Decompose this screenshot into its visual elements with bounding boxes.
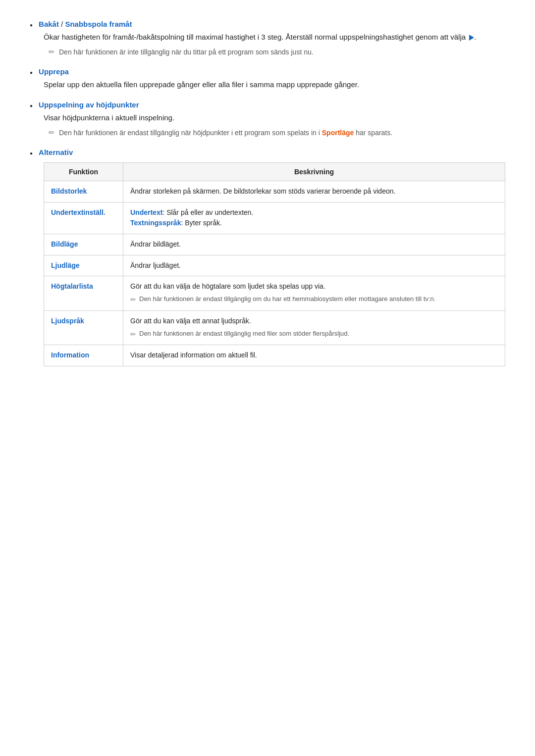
pencil-icon-4: ✏ bbox=[130, 329, 136, 340]
hogtalarlista-note-text: Den här funktionen är endast tillgänglig… bbox=[139, 294, 435, 304]
func-ljudsprak: Ljudspråk bbox=[44, 310, 123, 345]
link-snabbspola[interactable]: Snabbspola framåt bbox=[65, 20, 132, 28]
bakaat-body-text: Ökar hastigheten för framåt-/bakåtspolni… bbox=[44, 31, 505, 43]
table-header-funktion: Funktion bbox=[44, 163, 123, 181]
bullet-content-4: Alternativ bbox=[39, 148, 505, 156]
link-sportlage[interactable]: Sportläge bbox=[322, 129, 354, 137]
table-row-ljudlage: Ljudläge Ändrar ljudläget. bbox=[44, 255, 505, 276]
options-table: Funktion Beskrivning Bildstorlek Ändrar … bbox=[44, 162, 505, 366]
pencil-icon-1: ✏ bbox=[49, 48, 55, 56]
table-header-beskrivning: Beskrivning bbox=[123, 163, 505, 181]
bakaat-note: ✏ Den här funktionen är inte tillgänglig… bbox=[44, 47, 505, 57]
ljudsprak-note: ✏ Den här funktionen är endast tillgängl… bbox=[130, 329, 498, 340]
bullet-dot-1: ● bbox=[30, 22, 33, 28]
hojdpunkter-note-text: Den här funktionen är endast tillgänglig… bbox=[59, 128, 392, 138]
hogtalarlista-note: ✏ Den här funktionen är endast tillgängl… bbox=[130, 294, 498, 305]
func-information: Information bbox=[44, 345, 123, 366]
table-row-ljudsprak: Ljudspråk Gör att du kan välja ett annat… bbox=[44, 310, 505, 345]
section-bakaat: ● Bakåt / Snabbspola framåt Ökar hastigh… bbox=[30, 20, 505, 57]
table-row-information: Information Visar detaljerad information… bbox=[44, 345, 505, 366]
link-alternativ[interactable]: Alternativ bbox=[39, 148, 73, 156]
textningssprak-label: Textningsspråk bbox=[130, 219, 181, 227]
desc-ljudlage: Ändrar ljudläget. bbox=[123, 255, 505, 276]
desc-ljudsprak: Gör att du kan välja ett annat ljudspråk… bbox=[123, 310, 505, 345]
func-bildstorlek: Bildstorlek bbox=[44, 181, 123, 202]
bakaat-note-text: Den här funktionen är inte tillgänglig n… bbox=[59, 47, 314, 57]
func-bildlage: Bildläge bbox=[44, 234, 123, 255]
desc-undertext: Undertext: Slår på eller av undertexten.… bbox=[123, 202, 505, 234]
pencil-icon-2: ✏ bbox=[49, 128, 55, 137]
link-hojdpunkter[interactable]: Uppspelning av höjdpunkter bbox=[39, 101, 139, 109]
upprepa-body-text: Spelar upp den aktuella filen upprepade … bbox=[44, 79, 505, 91]
play-arrow-icon bbox=[469, 35, 474, 41]
bullet-dot-3: ● bbox=[30, 103, 33, 108]
textningssprak-text: : Byter språk. bbox=[181, 219, 221, 227]
undertext-label: Undertext bbox=[130, 208, 162, 216]
section-hojdpunkter: ● Uppspelning av höjdpunkter Visar höjdp… bbox=[30, 101, 505, 138]
func-undertext: Undertextinställ. bbox=[44, 202, 123, 234]
undertext-text: : Slår på eller av undertexten. bbox=[162, 208, 253, 216]
desc-information: Visar detaljerad information om aktuell … bbox=[123, 345, 505, 366]
section-alternativ: ● Alternativ Funktion Beskrivning Bildst… bbox=[30, 148, 505, 366]
section-upprepa: ● Upprepa Spelar upp den aktuella filen … bbox=[30, 67, 505, 91]
hojdpunkter-note: ✏ Den här funktionen är endast tillgängl… bbox=[44, 128, 505, 138]
bullet-content-2: Upprepa bbox=[39, 67, 505, 76]
bullet-content-3: Uppspelning av höjdpunkter bbox=[39, 101, 505, 109]
bullet-dot-2: ● bbox=[30, 70, 33, 75]
func-hogtalarlista: Högtalarlista bbox=[44, 276, 123, 310]
hojdpunkter-body-text: Visar höjdpunkterna i aktuell inspelning… bbox=[44, 112, 505, 124]
table-row-bildstorlek: Bildstorlek Ändrar storleken på skärmen.… bbox=[44, 181, 505, 202]
pencil-icon-3: ✏ bbox=[130, 295, 136, 305]
desc-bildstorlek: Ändrar storleken på skärmen. De bildstor… bbox=[123, 181, 505, 202]
table-row-undertext: Undertextinställ. Undertext: Slår på ell… bbox=[44, 202, 505, 234]
link-bakaat[interactable]: Bakåt bbox=[39, 20, 59, 28]
desc-hogtalarlista: Gör att du kan välja de högtalare som lj… bbox=[123, 276, 505, 310]
table-row-hogtalarlista: Högtalarlista Gör att du kan välja de hö… bbox=[44, 276, 505, 310]
bullet-dot-4: ● bbox=[30, 151, 33, 156]
link-upprepa[interactable]: Upprepa bbox=[39, 67, 69, 76]
func-ljudlage: Ljudläge bbox=[44, 255, 123, 276]
ljudsprak-note-text: Den här funktionen är endast tillgänglig… bbox=[139, 329, 349, 339]
desc-bildlage: Ändrar bildläget. bbox=[123, 234, 505, 255]
table-row-bildlage: Bildläge Ändrar bildläget. bbox=[44, 234, 505, 255]
bullet-content-1: Bakåt / Snabbspola framåt bbox=[39, 20, 505, 28]
